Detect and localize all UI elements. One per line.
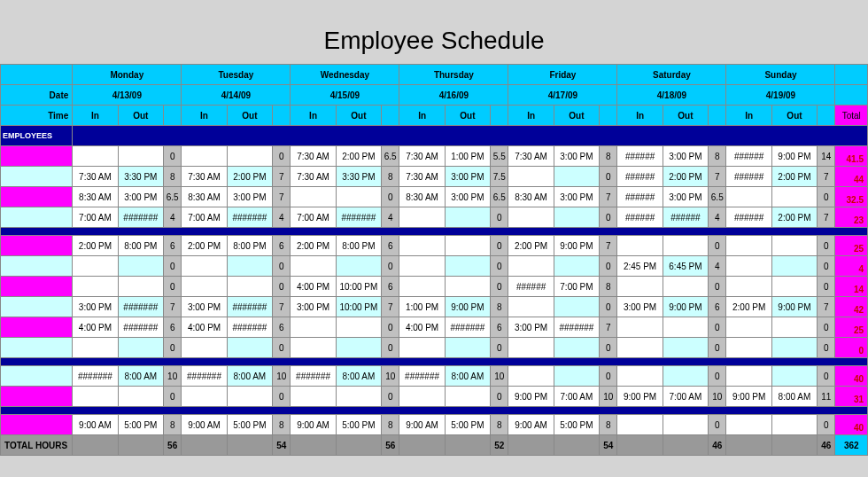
time-out-cell bbox=[771, 338, 817, 358]
time-out-cell: 5:00 PM bbox=[227, 415, 272, 435]
date-label: Date bbox=[1, 85, 73, 106]
time-out-cell: 10:00 PM bbox=[336, 277, 381, 297]
hours-cell: 0 bbox=[273, 338, 291, 358]
time-in-cell bbox=[726, 366, 771, 387]
time-out-cell: 7:00 PM bbox=[554, 277, 599, 297]
total-hours-label: TOTAL HOURS bbox=[1, 435, 73, 456]
employee-cell bbox=[1, 338, 73, 358]
time-out-cell: 2:00 PM bbox=[771, 207, 817, 228]
time-in-cell bbox=[291, 387, 336, 407]
hours-cell: 0 bbox=[491, 277, 508, 297]
hours-cell: 7 bbox=[273, 167, 291, 187]
time-in-cell: ####### bbox=[399, 366, 445, 387]
time-in-cell: 9:00 AM bbox=[508, 415, 554, 435]
day-total-3: 52 bbox=[491, 435, 508, 456]
row-total: 40 bbox=[835, 415, 868, 435]
time-out-cell: 5:00 PM bbox=[445, 415, 490, 435]
time-out-cell bbox=[227, 338, 272, 358]
time-out-cell bbox=[445, 236, 490, 256]
time-in-cell: 8:30 AM bbox=[399, 187, 445, 207]
time-out-cell bbox=[227, 146, 272, 167]
hours-cell: 0 bbox=[273, 146, 291, 167]
hours-cell: 7 bbox=[273, 187, 291, 207]
time-out-cell bbox=[771, 236, 817, 256]
employee-cell bbox=[1, 187, 73, 207]
time-out-cell: ####### bbox=[445, 317, 490, 338]
time-out-cell: ####### bbox=[227, 297, 272, 317]
time-out-cell bbox=[336, 187, 381, 207]
hours-cell: 6.5 bbox=[491, 187, 508, 207]
hours-cell: 0 bbox=[273, 277, 291, 297]
day-header-6: Sunday bbox=[726, 65, 835, 85]
time-in-cell: 7:00 AM bbox=[291, 207, 336, 228]
time-in-cell: 4:00 PM bbox=[182, 317, 227, 338]
time-in-cell: 1:00 PM bbox=[399, 297, 445, 317]
hours-cell: 4 bbox=[163, 207, 181, 228]
day-total-6: 46 bbox=[818, 435, 835, 456]
time-in-cell: 9:00 AM bbox=[73, 415, 118, 435]
hours-cell: 0 bbox=[600, 256, 617, 277]
date-4: 4/17/09 bbox=[508, 85, 617, 106]
time-in-cell bbox=[182, 256, 227, 277]
time-in-cell bbox=[617, 317, 663, 338]
hours-cell: 0 bbox=[163, 256, 181, 277]
time-in-cell bbox=[726, 317, 771, 338]
row-total: 25 bbox=[835, 317, 868, 338]
time-out-cell bbox=[771, 277, 817, 297]
time-out-cell bbox=[227, 277, 272, 297]
hours-cell: 0 bbox=[600, 366, 617, 387]
hours-cell: 6 bbox=[491, 317, 508, 338]
hours-cell: 6 bbox=[273, 317, 291, 338]
row-total: 31 bbox=[835, 387, 868, 407]
employee-cell bbox=[1, 277, 73, 297]
time-out-cell: 3:30 PM bbox=[336, 167, 381, 187]
time-out-cell: ####### bbox=[336, 207, 381, 228]
time-in-cell: 9:00 AM bbox=[291, 415, 336, 435]
time-in-cell bbox=[508, 207, 554, 228]
hours-cell: 8 bbox=[382, 415, 399, 435]
time-in-cell: 7:30 AM bbox=[182, 167, 227, 187]
total-header: Total bbox=[835, 106, 868, 126]
time-out-cell bbox=[336, 317, 381, 338]
hours-cell: 0 bbox=[382, 338, 399, 358]
hours-cell: 8 bbox=[600, 277, 617, 297]
time-in-cell bbox=[291, 317, 336, 338]
time-in-cell: 8:30 AM bbox=[508, 187, 554, 207]
row-total: 32.5 bbox=[835, 187, 868, 207]
hours-cell: 7 bbox=[709, 167, 726, 187]
time-out-cell: 3:00 PM bbox=[445, 187, 490, 207]
time-in-cell bbox=[726, 236, 771, 256]
time-out-cell: 3:00 PM bbox=[663, 146, 708, 167]
time-out-cell: 8:00 PM bbox=[336, 236, 381, 256]
time-in-cell bbox=[617, 415, 663, 435]
time-in-cell: 4:00 PM bbox=[291, 277, 336, 297]
time-out-cell: 8:00 PM bbox=[118, 236, 163, 256]
time-in-cell: 4:00 PM bbox=[399, 317, 445, 338]
hours-cell: 7 bbox=[163, 297, 181, 317]
hours-cell: 7 bbox=[818, 167, 835, 187]
time-in-cell bbox=[182, 387, 227, 407]
time-out-cell: 2:00 PM bbox=[227, 167, 272, 187]
date-0: 4/13/09 bbox=[73, 85, 182, 106]
time-out-cell bbox=[663, 277, 708, 297]
employee-cell bbox=[1, 387, 73, 407]
time-out-cell: 2:00 PM bbox=[663, 167, 708, 187]
time-out-cell bbox=[227, 387, 272, 407]
time-in-cell: ###### bbox=[726, 167, 771, 187]
time-in-cell: 9:00 AM bbox=[399, 415, 445, 435]
time-in-cell bbox=[291, 338, 336, 358]
time-in-cell bbox=[399, 236, 445, 256]
hours-cell: 0 bbox=[382, 256, 399, 277]
time-out-cell bbox=[336, 387, 381, 407]
time-out-cell: 9:00 PM bbox=[445, 297, 490, 317]
hours-cell: 11 bbox=[818, 387, 835, 407]
hours-cell: 7 bbox=[273, 297, 291, 317]
hours-cell: 8 bbox=[382, 167, 399, 187]
time-in-cell bbox=[617, 366, 663, 387]
time-out-cell: ####### bbox=[227, 317, 272, 338]
employee-cell bbox=[1, 256, 73, 277]
time-in-cell: ####### bbox=[291, 366, 336, 387]
time-out-cell: 3:00 PM bbox=[227, 187, 272, 207]
hours-cell: 8 bbox=[163, 167, 181, 187]
hours-cell: 6 bbox=[163, 236, 181, 256]
